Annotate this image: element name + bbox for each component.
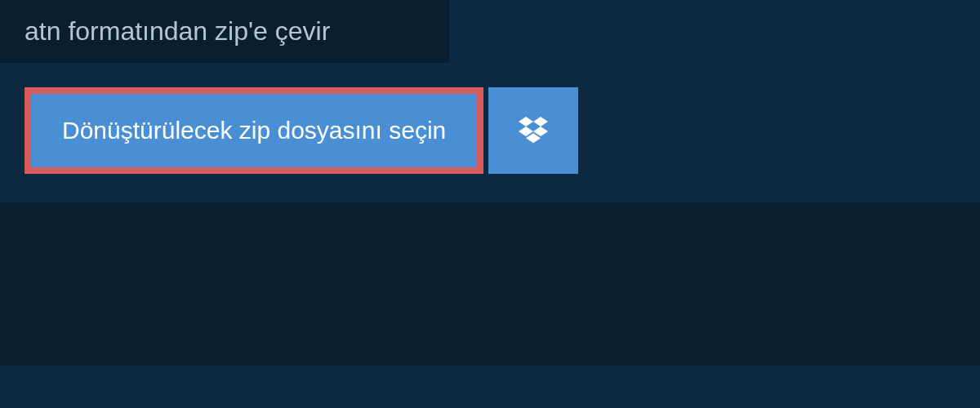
select-file-button[interactable]: Dönüştürülecek zip dosyasını seçin <box>24 87 483 174</box>
bottom-area <box>0 202 980 366</box>
dropbox-icon <box>519 114 548 147</box>
upload-section: Dönüştürülecek zip dosyasını seçin <box>24 87 980 174</box>
select-file-label: Dönüştürülecek zip dosyasını seçin <box>62 117 446 144</box>
header-bar: atn formatından zip'e çevir <box>0 0 449 63</box>
dropbox-button[interactable] <box>488 87 578 174</box>
page-title: atn formatından zip'e çevir <box>24 16 425 47</box>
